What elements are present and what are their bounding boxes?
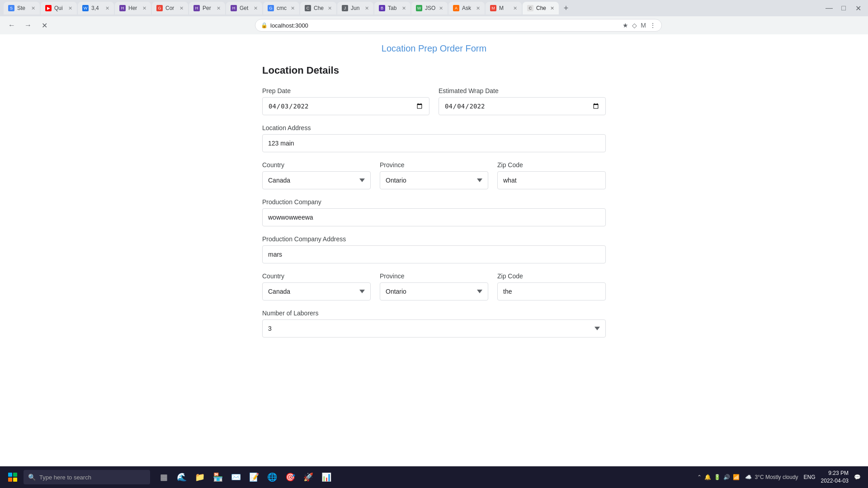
address-bar[interactable]: 🔒 localhost:3000 ★ ◇ M ⋮ bbox=[255, 19, 662, 32]
production-company-input[interactable] bbox=[262, 208, 606, 226]
page-header: Location Prep Order Form bbox=[262, 43, 606, 54]
tab-close-34[interactable]: ✕ bbox=[105, 5, 109, 11]
edge-app[interactable]: 🌊 bbox=[174, 469, 190, 485]
wrap-date-label: Estimated Wrap Date bbox=[439, 87, 606, 94]
tab-close-qui[interactable]: ✕ bbox=[68, 5, 72, 11]
language-indicator: ENG bbox=[804, 474, 816, 480]
country2-select[interactable]: Canada United States United Kingdom bbox=[262, 282, 371, 300]
search-icon: 🔍 bbox=[28, 474, 36, 481]
wifi-icon: 📶 bbox=[733, 474, 740, 480]
tab-close-ste[interactable]: ✕ bbox=[31, 5, 35, 11]
production-company-address-input[interactable] bbox=[262, 245, 606, 263]
location-address-group: Location Address bbox=[262, 124, 606, 152]
start-button[interactable] bbox=[4, 468, 22, 486]
chrome-app[interactable]: 🌐 bbox=[264, 469, 280, 485]
taskbar-apps: ▦ 🌊 📁 🏪 ✉️ 📝 🌐 🎯 🚀 📊 bbox=[156, 469, 335, 485]
country-select[interactable]: Canada United States United Kingdom bbox=[262, 171, 371, 189]
tab-cor[interactable]: G Cor ✕ bbox=[152, 2, 188, 14]
forward-button[interactable]: → bbox=[22, 19, 34, 32]
tab-close-ask[interactable]: ✕ bbox=[476, 5, 480, 11]
tab-close-jun[interactable]: ✕ bbox=[365, 5, 369, 11]
laborers-label: Number of Laborers bbox=[262, 310, 606, 317]
province-select[interactable]: Ontario Quebec British Columbia Alberta bbox=[380, 171, 488, 189]
mail-app[interactable]: ✉️ bbox=[228, 469, 244, 485]
tab-per[interactable]: H Per ✕ bbox=[189, 2, 225, 14]
tab-close-get[interactable]: ✕ bbox=[254, 5, 258, 11]
tab-close-cmc[interactable]: ✕ bbox=[291, 5, 295, 11]
explorer-app[interactable]: 📁 bbox=[192, 469, 208, 485]
app7[interactable]: 🎯 bbox=[282, 469, 298, 485]
maximize-button[interactable]: □ bbox=[837, 2, 850, 14]
browser-chrome: S Ste ✕ ▶ Qui ✕ W 3,4 ✕ H Her ✕ G Cor ✕ … bbox=[0, 0, 868, 34]
taskbar: 🔍 Type here to search ▦ 🌊 📁 🏪 ✉️ 📝 🌐 🎯 🚀 bbox=[0, 466, 868, 488]
location-address-input[interactable] bbox=[262, 134, 606, 152]
tab-jun[interactable]: J Jun ✕ bbox=[337, 2, 373, 14]
notification-center-button[interactable]: 💬 bbox=[854, 474, 861, 480]
tab-qui[interactable]: ▶ Qui ✕ bbox=[41, 2, 77, 14]
tab-mail[interactable]: M M ✕ bbox=[486, 2, 522, 14]
tab-ste[interactable]: S Ste ✕ bbox=[4, 2, 40, 14]
tab-get[interactable]: H Get ✕ bbox=[226, 2, 262, 14]
app9[interactable]: 📊 bbox=[318, 469, 335, 485]
date-display: 2022-04-03 bbox=[821, 477, 849, 485]
tab-tab[interactable]: B Tab ✕ bbox=[374, 2, 410, 14]
tab-close-jso[interactable]: ✕ bbox=[439, 5, 443, 11]
tab-close-per[interactable]: ✕ bbox=[217, 5, 221, 11]
windows-logo bbox=[8, 473, 17, 482]
back-button[interactable]: ← bbox=[5, 19, 18, 32]
prep-date-group: Prep Date bbox=[262, 87, 429, 115]
zip-code2-input[interactable] bbox=[497, 282, 606, 300]
province2-select[interactable]: Ontario Quebec British Columbia Alberta bbox=[380, 282, 488, 300]
address-bar-icons: ★ ◇ M ⋮ bbox=[623, 22, 656, 29]
province2-group: Province Ontario Quebec British Columbia… bbox=[380, 272, 488, 300]
form-container: Location Prep Order Form Location Detail… bbox=[253, 43, 615, 338]
tab-ask[interactable]: A Ask ✕ bbox=[448, 2, 485, 14]
lock-icon: 🔒 bbox=[261, 22, 268, 28]
minimize-button[interactable]: — bbox=[823, 2, 835, 14]
tab-che1[interactable]: C Che ✕ bbox=[300, 2, 336, 14]
tab-close-mail[interactable]: ✕ bbox=[513, 5, 517, 11]
weather-text: 3°C Mostly cloudy bbox=[755, 474, 798, 480]
wrap-date-group: Estimated Wrap Date bbox=[439, 87, 606, 115]
taskbar-time[interactable]: 9:23 PM 2022-04-03 bbox=[821, 469, 849, 485]
battery-icon: 🔋 bbox=[714, 474, 721, 480]
province-label: Province bbox=[380, 161, 488, 169]
task-view-button[interactable]: ▦ bbox=[156, 469, 172, 485]
menu-icon[interactable]: ⋮ bbox=[650, 22, 656, 29]
tab-close-cor[interactable]: ✕ bbox=[179, 5, 184, 11]
production-company-group: Production Company bbox=[262, 198, 606, 226]
star-icon[interactable]: ★ bbox=[623, 22, 628, 29]
tab-her[interactable]: H Her ✕ bbox=[115, 2, 151, 14]
tab-close-tab[interactable]: ✕ bbox=[402, 5, 406, 11]
tab-jso[interactable]: W JSO ✕ bbox=[411, 2, 448, 14]
wrap-date-input[interactable] bbox=[439, 97, 606, 115]
volume-icon[interactable]: 🔊 bbox=[723, 474, 730, 480]
tab-close-che1[interactable]: ✕ bbox=[328, 5, 332, 11]
tab-che-active[interactable]: C Che ✕ bbox=[523, 2, 559, 14]
extensions-icon[interactable]: ◇ bbox=[632, 22, 637, 29]
chevron-up-icon[interactable]: ⌃ bbox=[697, 474, 702, 480]
new-tab-button[interactable]: + bbox=[560, 2, 572, 14]
production-company-address-row: Production Company Address bbox=[262, 235, 606, 263]
profile-icon[interactable]: M bbox=[641, 22, 646, 29]
prep-date-input[interactable] bbox=[262, 97, 429, 115]
taskbar-right: ⌃ 🔔 🔋 🔊 📶 ☁️ 3°C Mostly cloudy ENG 9:23 … bbox=[697, 469, 864, 485]
content-area: Location Prep Order Form Location Detail… bbox=[0, 34, 868, 466]
taskbar-search[interactable]: 🔍 Type here to search bbox=[24, 470, 150, 484]
date-row: Prep Date Estimated Wrap Date bbox=[262, 87, 606, 115]
system-icons: ⌃ 🔔 🔋 🔊 📶 bbox=[697, 474, 740, 480]
tab-close-her[interactable]: ✕ bbox=[142, 5, 146, 11]
laborers-select[interactable]: 1 2 3 4 5 6 7 8 9 10 bbox=[262, 319, 606, 338]
zip-code2-group: Zip Code bbox=[497, 272, 606, 300]
store-app[interactable]: 🏪 bbox=[210, 469, 226, 485]
close-window-button[interactable]: ✕ bbox=[852, 2, 864, 14]
location-address-label: Location Address bbox=[262, 124, 606, 131]
zip-code-input[interactable] bbox=[497, 171, 606, 189]
reload-button[interactable]: ✕ bbox=[38, 19, 51, 32]
word-app[interactable]: 📝 bbox=[246, 469, 262, 485]
tab-cmc[interactable]: G cmc ✕ bbox=[263, 2, 299, 14]
tab-close-che-active[interactable]: ✕ bbox=[550, 5, 554, 11]
tab-34[interactable]: W 3,4 ✕ bbox=[78, 2, 114, 14]
app8[interactable]: 🚀 bbox=[300, 469, 316, 485]
notification-icon[interactable]: 🔔 bbox=[704, 474, 711, 480]
